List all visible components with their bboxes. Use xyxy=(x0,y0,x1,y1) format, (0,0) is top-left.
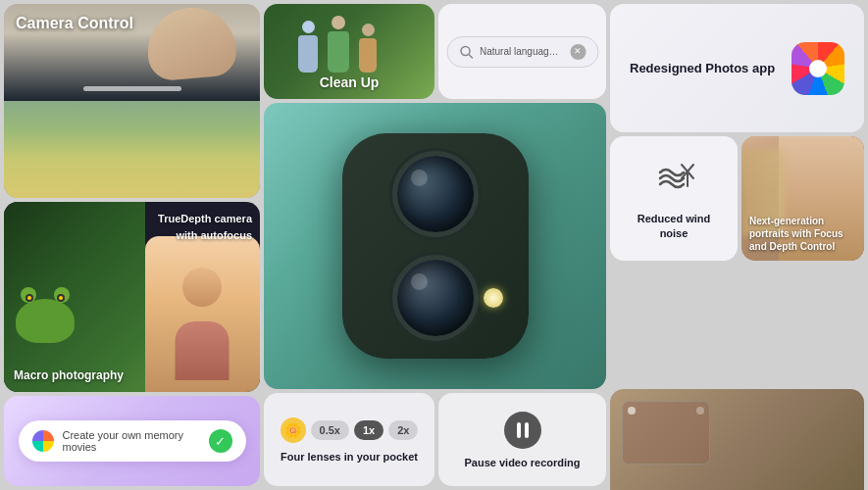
lens-pill-05x[interactable]: 0.5x xyxy=(311,420,349,440)
frog-body xyxy=(16,299,89,358)
camera-module xyxy=(342,133,529,359)
flower-icon: 🌼 xyxy=(281,417,306,443)
person-2 xyxy=(328,16,349,73)
clean-up-tile: Clean Up xyxy=(264,4,434,99)
memory-input-bar[interactable]: Create your own memory movies ✓ xyxy=(19,420,246,462)
search-placeholder: Natural language search xyxy=(480,46,563,57)
four-lenses-label: Four lenses in your pocket xyxy=(281,451,418,463)
camera-control-label: Camera Control xyxy=(16,14,133,34)
camera-control-tile: Camera Control xyxy=(4,4,260,198)
phone-body xyxy=(264,103,606,389)
memory-movies-tile: Create your own memory movies ✓ xyxy=(4,396,260,486)
truedepth-label: TrueDepth camera xyxy=(158,212,252,225)
pause-video-label: Pause video recording xyxy=(465,457,581,468)
spatial-tile: Spatial photos and videos xyxy=(610,389,864,490)
portrait-phone xyxy=(145,236,260,392)
button-rail xyxy=(83,86,181,91)
four-lenses-tile: 🌼 0.5x 1x 2x Four lenses in your pocket xyxy=(264,393,434,486)
photos-app-label: Redesigned Photos app xyxy=(630,60,791,77)
memory-movie-icon xyxy=(32,430,54,452)
photos-app-info: Redesigned Photos app xyxy=(630,60,791,77)
photos-app-tile: Redesigned Photos app xyxy=(610,4,864,132)
portraits-tile: Next-generation portraits with Focus and… xyxy=(741,136,864,261)
lens-pills-container: 🌼 0.5x 1x 2x xyxy=(281,417,419,443)
cleanup-people-group xyxy=(298,16,377,73)
lens-flash xyxy=(484,288,503,308)
photos-icon xyxy=(791,42,844,95)
search-clear-icon[interactable]: ✕ xyxy=(570,44,586,60)
svg-line-1 xyxy=(469,54,473,58)
pause-icon-circle[interactable] xyxy=(504,412,541,449)
pause-video-tile: Pause video recording xyxy=(438,393,606,486)
wind-noise-label: Reduced wind noise xyxy=(622,212,726,240)
camera-control-landscape xyxy=(4,101,260,198)
wind-noise-tile: Reduced wind noise xyxy=(610,136,738,261)
spatial-device xyxy=(622,401,710,465)
lens-bottom xyxy=(392,255,479,341)
lens-top xyxy=(392,151,479,237)
main-container: Camera Control Clean Up xyxy=(0,0,868,490)
natural-search-tile: Natural language search ✕ xyxy=(438,4,606,99)
truedepth-tile: TrueDepth camera with autofocus Macro ph… xyxy=(4,202,260,392)
memory-check-btn[interactable]: ✓ xyxy=(209,429,232,453)
person-3 xyxy=(359,24,377,73)
search-icon xyxy=(459,45,473,59)
portraits-label: Next-generation portraits with Focus and… xyxy=(749,215,856,253)
person-1 xyxy=(298,21,318,73)
lens-pill-1x[interactable]: 1x xyxy=(354,420,383,440)
search-bar[interactable]: Natural language search ✕ xyxy=(446,36,598,68)
wind-icon xyxy=(652,157,695,204)
portraits-text: Next-generation portraits with Focus and… xyxy=(749,215,856,253)
macro-label: Macro photography xyxy=(14,368,124,382)
finger-shape xyxy=(144,4,238,82)
frog-bg xyxy=(4,202,145,392)
phone-center-tile xyxy=(264,103,606,389)
lens-pill-2x[interactable]: 2x xyxy=(388,420,418,440)
memory-placeholder: Create your own memory movies xyxy=(63,429,200,453)
truedepth-autofocus-label: with autofocus xyxy=(176,228,252,242)
clean-up-label: Clean Up xyxy=(320,74,380,91)
